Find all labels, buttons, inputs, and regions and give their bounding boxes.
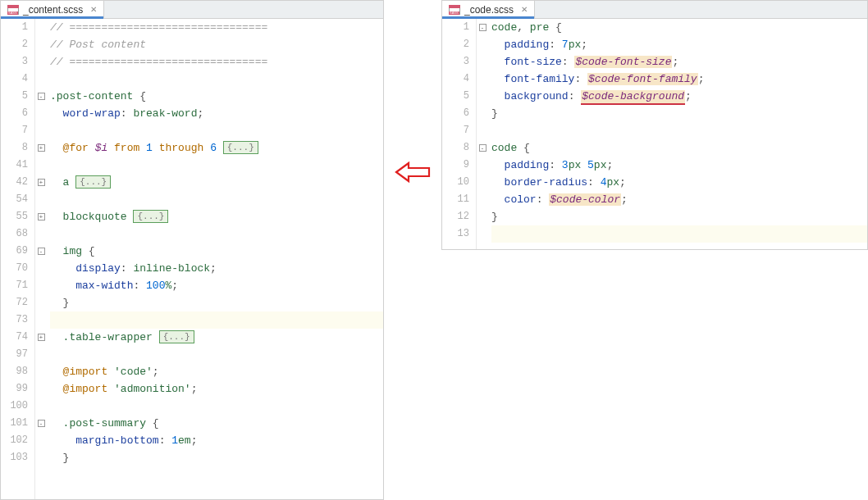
code-content-right[interactable]: code, pre { padding: 7px; font-size: $co…: [488, 19, 867, 249]
fold-placeholder[interactable]: {...}: [133, 210, 168, 223]
code-line[interactable]: }: [50, 294, 383, 311]
code-area-left[interactable]: 1234567841425455686970717273749798991001…: [1, 19, 383, 499]
token: ;: [210, 262, 217, 275]
code-line[interactable]: font-size: $code-font-size;: [491, 53, 867, 70]
fold-collapse-icon[interactable]: -: [479, 24, 487, 31]
code-content-left[interactable]: // ===============================// Pos…: [47, 19, 383, 499]
code-line[interactable]: padding: 7px;: [491, 36, 867, 53]
fold-gutter-cell[interactable]: +: [35, 139, 47, 157]
tab-filename: _content.scss: [23, 4, 83, 16]
token: font-family: [505, 73, 575, 85]
whitespace: [153, 142, 159, 154]
code-area-right[interactable]: 12345678910111213 -- code, pre { padding…: [442, 19, 867, 249]
fold-gutter-cell[interactable]: +: [35, 329, 47, 346]
code-line[interactable]: code, pre {: [491, 19, 867, 36]
fold-collapse-icon[interactable]: -: [479, 144, 487, 152]
fold-gutter-cell[interactable]: -: [477, 19, 488, 36]
fold-gutter-cell[interactable]: +: [35, 174, 47, 191]
code-line[interactable]: margin-bottom: 1em;: [50, 432, 383, 449]
code-line[interactable]: // Post content: [50, 36, 383, 53]
code-line[interactable]: color: $code-color;: [491, 191, 867, 208]
fold-expand-icon[interactable]: +: [38, 213, 45, 220]
code-line[interactable]: }: [491, 105, 867, 122]
code-line[interactable]: font-family: $code-font-family;: [491, 70, 867, 88]
token: ;: [698, 73, 705, 85]
token: }: [491, 211, 498, 223]
fold-gutter-cell[interactable]: -: [477, 139, 488, 157]
whitespace: [50, 142, 63, 154]
code-line[interactable]: // ===============================: [50, 19, 383, 36]
fold-expand-icon[interactable]: +: [38, 334, 45, 341]
fold-collapse-icon[interactable]: -: [38, 420, 45, 427]
code-line[interactable]: @import 'code';: [50, 363, 383, 380]
token: // ===============================: [50, 21, 267, 34]
token: }: [491, 107, 498, 120]
token: ;: [619, 176, 626, 189]
fold-gutter-cell[interactable]: -: [35, 88, 47, 105]
token: px: [606, 176, 619, 189]
line-number: 7: [1, 122, 28, 139]
token: a: [63, 176, 76, 189]
code-line[interactable]: display: inline-block;: [50, 260, 383, 277]
token: 3: [562, 159, 569, 171]
close-icon[interactable]: ✕: [521, 5, 528, 14]
fold-gutter-cell[interactable]: -: [35, 243, 47, 260]
fold-expand-icon[interactable]: +: [38, 144, 45, 152]
line-number: 5: [442, 88, 469, 105]
code-line[interactable]: [50, 225, 383, 243]
code-line[interactable]: img {: [50, 243, 383, 260]
fold-gutter-cell[interactable]: +: [35, 208, 47, 225]
code-line[interactable]: [50, 157, 383, 174]
fold-placeholder[interactable]: {...}: [159, 330, 194, 343]
code-line[interactable]: // ===============================: [50, 53, 383, 70]
code-line[interactable]: .post-summary {: [50, 415, 383, 432]
code-line[interactable]: word-wrap: break-word;: [50, 105, 383, 122]
fold-expand-icon[interactable]: +: [38, 179, 45, 186]
code-line[interactable]: [50, 191, 383, 208]
code-line[interactable]: .post-content {: [50, 88, 383, 105]
close-icon[interactable]: ✕: [90, 5, 97, 14]
code-line[interactable]: }: [50, 449, 383, 466]
code-line[interactable]: }: [491, 208, 867, 225]
fold-gutter-cell: [35, 277, 47, 294]
token: background: [505, 90, 569, 102]
code-line[interactable]: [50, 122, 383, 139]
code-line[interactable]: @import 'admonition';: [50, 380, 383, 398]
whitespace: [50, 434, 75, 447]
code-line[interactable]: padding: 3px 5px;: [491, 157, 867, 174]
code-line[interactable]: [491, 225, 867, 243]
fold-collapse-icon[interactable]: -: [38, 248, 45, 255]
fold-gutter-cell[interactable]: -: [35, 415, 47, 432]
code-line[interactable]: background: $code-background;: [491, 88, 867, 105]
code-line[interactable]: [491, 122, 867, 139]
line-number: 98: [1, 363, 28, 380]
code-line[interactable]: a {...}: [50, 174, 383, 191]
fold-collapse-icon[interactable]: -: [38, 93, 45, 100]
token: inline-block: [133, 262, 210, 275]
whitespace: [50, 417, 63, 430]
fold-gutter-cell: [477, 88, 488, 105]
token: $code-font-family: [587, 73, 698, 85]
code-line[interactable]: .table-wrapper {...}: [50, 329, 383, 346]
code-line[interactable]: [50, 70, 383, 88]
code-line[interactable]: border-radius: 4px;: [491, 174, 867, 191]
line-number: 8: [1, 139, 28, 157]
code-line[interactable]: max-width: 100%;: [50, 277, 383, 294]
token: :: [133, 280, 146, 292]
token: ;: [621, 193, 628, 206]
code-line[interactable]: [50, 311, 383, 329]
tab-code-scss[interactable]: SASS _code.scss ✕: [442, 1, 535, 18]
code-line[interactable]: blockquote {...}: [50, 208, 383, 225]
fold-placeholder[interactable]: {...}: [223, 141, 258, 154]
token: :: [537, 193, 550, 206]
tab-content-scss[interactable]: SASS _content.scss ✕: [1, 1, 104, 18]
code-line[interactable]: code {: [491, 139, 867, 157]
code-line[interactable]: [50, 398, 383, 415]
fold-placeholder[interactable]: {...}: [75, 175, 111, 189]
token: through: [159, 142, 204, 154]
token: from: [114, 142, 139, 154]
line-number: 41: [1, 157, 28, 174]
code-line[interactable]: [50, 346, 383, 363]
fold-column-right: --: [477, 19, 488, 249]
code-line[interactable]: @for $i from 1 through 6 {...}: [50, 139, 383, 157]
